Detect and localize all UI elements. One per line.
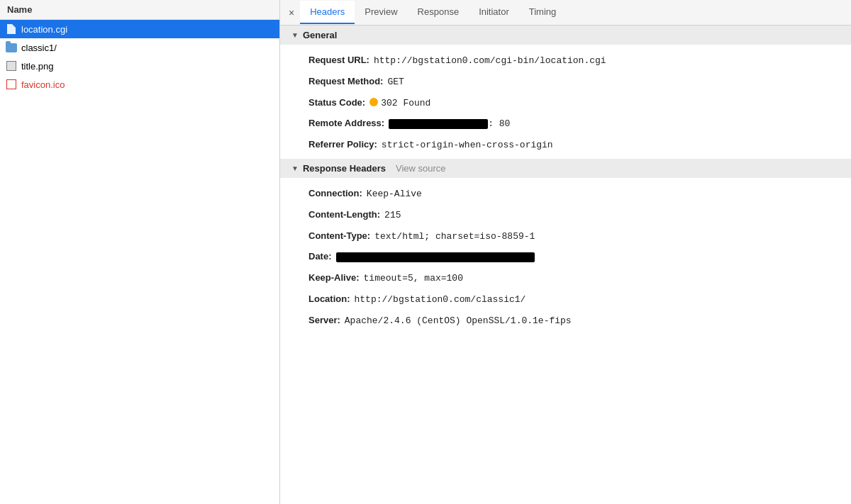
tab-bar: × Headers Preview Response Initiator Tim… <box>280 0 851 26</box>
headers-content: ▼ General Request URL: http://bgstation0… <box>280 26 851 504</box>
request-url-value: http://bgstation0.com/cgi-bin/location.c… <box>374 54 606 69</box>
date-row: Date: <box>280 247 851 268</box>
date-value <box>336 250 535 265</box>
tab-headers[interactable]: Headers <box>300 1 355 24</box>
file-name-classic1: classic1/ <box>21 43 57 53</box>
keep-alive-row: Keep-Alive: timeout=5, max=100 <box>280 268 851 289</box>
location-label: Location: <box>308 292 350 307</box>
date-label: Date: <box>308 250 332 264</box>
tab-initiator[interactable]: Initiator <box>469 1 519 24</box>
response-headers-section-label: Response Headers <box>303 163 386 174</box>
response-headers-section-header: ▼ Response Headers View source <box>280 159 851 178</box>
request-url-label: Request URL: <box>308 53 369 68</box>
view-source-button[interactable]: View source <box>396 163 446 174</box>
referrer-policy-row: Referrer Policy: strict-origin-when-cros… <box>280 135 851 156</box>
tab-response[interactable]: Response <box>408 1 469 24</box>
response-headers-triangle-icon: ▼ <box>291 164 299 172</box>
details-panel: × Headers Preview Response Initiator Tim… <box>280 0 851 504</box>
folder-icon <box>6 42 17 53</box>
file-list-panel: Name location.cgi classic1/ title.png <box>0 0 280 504</box>
remote-address-value: : 80 <box>389 117 510 132</box>
file-name-title-png: title.png <box>21 61 54 72</box>
file-list-header: Name <box>0 0 279 20</box>
file-item-title-png[interactable]: title.png <box>0 57 279 75</box>
keep-alive-value: timeout=5, max=100 <box>364 271 463 286</box>
response-headers-section-body: Connection: Keep-Alive Content-Length: 2… <box>280 178 851 335</box>
request-method-row: Request Method: GET <box>280 72 851 93</box>
content-length-row: Content-Length: 215 <box>280 205 851 226</box>
location-row: Location: http://bgstation0.com/classic1… <box>280 289 851 310</box>
favicon-icon <box>6 79 17 90</box>
file-item-location-cgi[interactable]: location.cgi <box>0 20 279 38</box>
file-name-location-cgi: location.cgi <box>21 24 67 35</box>
connection-value: Keep-Alive <box>367 187 422 202</box>
close-tab-button[interactable]: × <box>283 4 300 21</box>
file-item-favicon-ico[interactable]: favicon.ico <box>0 75 279 94</box>
file-name-favicon-ico: favicon.ico <box>21 79 65 90</box>
request-method-label: Request Method: <box>308 74 383 89</box>
request-url-row: Request URL: http://bgstation0.com/cgi-b… <box>280 50 851 72</box>
server-label: Server: <box>308 313 340 328</box>
location-value: http://bgstation0.com/classic1/ <box>355 293 526 308</box>
status-dot-icon <box>369 98 378 106</box>
date-redacted <box>336 252 535 262</box>
content-length-label: Content-Length: <box>308 208 380 223</box>
referrer-policy-label: Referrer Policy: <box>308 138 377 152</box>
status-code-value: 302 Found <box>369 96 430 111</box>
general-triangle-icon: ▼ <box>291 31 299 39</box>
remote-address-redacted <box>389 119 488 129</box>
status-code-row: Status Code: 302 Found <box>280 93 851 114</box>
file-item-classic1[interactable]: classic1/ <box>0 38 279 57</box>
file-list: location.cgi classic1/ title.png favicon… <box>0 20 279 94</box>
connection-label: Connection: <box>308 186 362 201</box>
tab-timing[interactable]: Timing <box>519 1 567 24</box>
server-row: Server: Apache/2.4.6 (CentOS) OpenSSL/1.… <box>280 310 851 332</box>
content-type-row: Content-Type: text/html; charset=iso-885… <box>280 226 851 247</box>
referrer-policy-value: strict-origin-when-cross-origin <box>382 138 553 153</box>
general-section-header: ▼ General <box>280 26 851 45</box>
image-file-icon <box>6 60 17 72</box>
remote-address-port: : 80 <box>488 118 510 129</box>
connection-row: Connection: Keep-Alive <box>280 184 851 205</box>
content-length-value: 215 <box>384 208 401 223</box>
keep-alive-label: Keep-Alive: <box>308 271 360 286</box>
status-code-label: Status Code: <box>308 96 365 111</box>
file-cgi-icon <box>6 23 17 35</box>
remote-address-label: Remote Address: <box>308 116 384 131</box>
content-type-label: Content-Type: <box>308 229 370 244</box>
request-method-value: GET <box>387 75 404 90</box>
server-value: Apache/2.4.6 (CentOS) OpenSSL/1.0.1e-fip… <box>345 314 572 329</box>
remote-address-row: Remote Address: : 80 <box>280 113 851 135</box>
general-section-body: Request URL: http://bgstation0.com/cgi-b… <box>280 45 851 159</box>
general-section-label: General <box>303 30 337 40</box>
content-type-value: text/html; charset=iso-8859-1 <box>374 230 535 245</box>
tab-preview[interactable]: Preview <box>355 1 407 24</box>
